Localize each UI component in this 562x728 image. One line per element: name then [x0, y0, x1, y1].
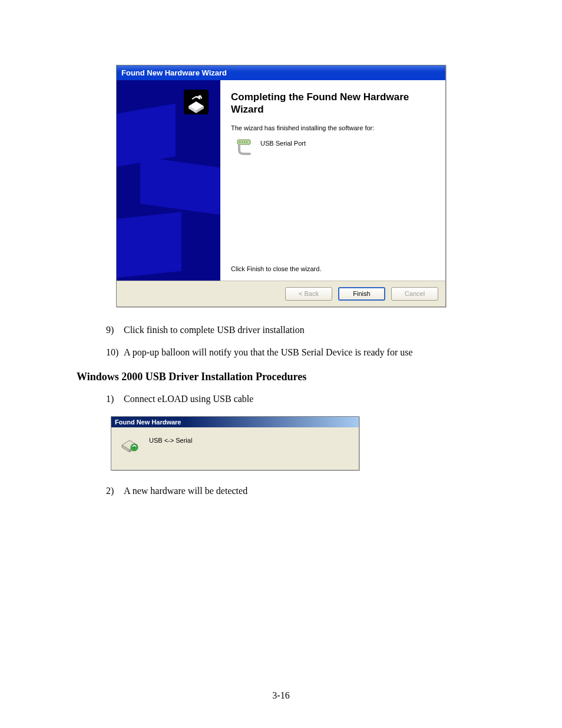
wizard-desc: The wizard has finished installing the s…	[231, 124, 435, 131]
wizard-dialog: Found New Hardware Wizard	[116, 65, 446, 307]
list-item: 1) Connect eLOAD using USB cable	[106, 394, 485, 404]
finish-button[interactable]: Finish	[338, 287, 385, 301]
decorative-shape	[140, 156, 220, 216]
hardware-install-icon	[120, 434, 140, 452]
list-number: 1)	[106, 394, 124, 404]
decorative-shape	[117, 212, 181, 279]
fnh-device-name: USB <-> Serial	[149, 434, 192, 444]
svg-point-2	[239, 141, 240, 143]
list-text: Click finish to complete USB driver inst…	[124, 325, 305, 335]
wizard-heading: Completing the Found New Hardware Wizard	[231, 91, 435, 116]
wizard-titlebar: Found New Hardware Wizard	[117, 65, 445, 80]
svg-point-4	[244, 141, 245, 143]
list-item: 9) Click finish to complete USB driver i…	[106, 325, 485, 335]
svg-point-5	[246, 141, 247, 143]
svg-point-3	[242, 141, 243, 143]
wizard-body: Completing the Found New Hardware Wizard…	[117, 80, 445, 281]
list-item: 10) A pop-up balloon will notify you tha…	[106, 347, 485, 358]
page-number: 3-16	[0, 690, 562, 701]
wizard-close-hint: Click Finish to close the wizard.	[231, 265, 435, 275]
back-button: < Back	[285, 287, 332, 301]
list-text: A pop-up balloon will notify you that th…	[124, 347, 413, 358]
section-heading: Windows 2000 USB Driver Installation Pro…	[77, 371, 485, 383]
wizard-side-panel	[117, 80, 220, 281]
cancel-button: Cancel	[391, 287, 438, 301]
wizard-footer: < Back Finish Cancel	[117, 281, 445, 307]
fnh-body: USB <-> Serial	[111, 427, 359, 470]
device-name: USB Serial Port	[260, 139, 306, 147]
list-number: 9)	[106, 325, 124, 335]
wizard-main-panel: Completing the Found New Hardware Wizard…	[220, 80, 445, 281]
list-text: A new hardware will be detected	[124, 486, 247, 496]
device-row: USB Serial Port	[236, 139, 435, 156]
fnh-titlebar: Found New Hardware	[111, 417, 359, 427]
list-text: Connect eLOAD using USB cable	[124, 394, 253, 404]
list-number: 10)	[106, 347, 124, 358]
hardware-box-icon	[183, 88, 210, 116]
serial-port-icon	[236, 139, 252, 156]
list-number: 2)	[106, 486, 124, 496]
list-item: 2) A new hardware will be detected	[106, 486, 485, 496]
found-new-hardware-dialog: Found New Hardware USB <-> Serial	[111, 416, 359, 470]
